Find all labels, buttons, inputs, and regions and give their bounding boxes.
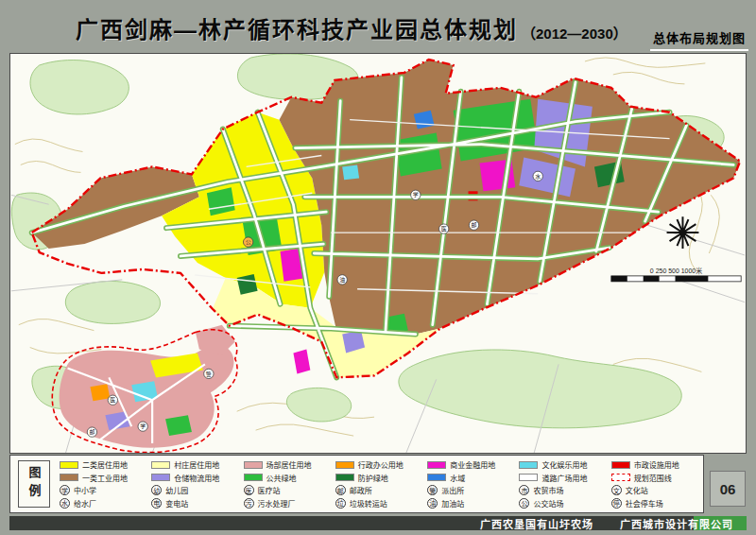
zone-protective-green: [237, 274, 258, 295]
legend-label: 二类居住用地: [82, 459, 128, 470]
legend-label: 变电站: [165, 498, 188, 509]
legend-swatch: [519, 461, 538, 469]
legend-label: 防护绿地: [358, 473, 388, 483]
legend-item: 幼幼儿园: [151, 484, 239, 497]
legend-label: 市政设施用地: [634, 459, 679, 470]
title-wrap: 广西剑麻—林产循环科技产业园总体规划 （2012—2030）: [76, 11, 627, 44]
legend-label: 公交站场: [533, 498, 563, 509]
legend-icon: 警: [427, 485, 438, 495]
legend-label: 商业金融用地: [450, 459, 495, 470]
map-marker-glyph: 邮: [89, 428, 94, 436]
page-background: 广西剑麻—林产循环科技产业园总体规划 （2012—2030） 总体布局规划图: [0, 0, 756, 535]
map-marker-glyph: 医: [441, 226, 447, 232]
legend-swatch: [335, 461, 354, 469]
legend-item: 电变电站: [151, 497, 239, 510]
legend-item: 公公交站场: [519, 497, 607, 510]
legend-item: 市政设施用地: [611, 458, 699, 472]
legend-label: 一类工业用地: [82, 473, 128, 483]
legend-grid: 二类居住用地村庄居住用地场部居住用地行政办公用地商业金融用地文化娱乐用地市政设施…: [60, 458, 699, 509]
map-marker-glyph: 学: [140, 423, 146, 429]
legend-icon: 市: [519, 485, 529, 495]
legend-label: 派出所: [441, 485, 464, 495]
legend-swatch: [427, 461, 446, 469]
legend-item: 学中小学: [60, 484, 147, 497]
legend-icon: 医: [244, 485, 254, 495]
legend-label: 文化娱乐用地: [541, 459, 587, 470]
map-panel: 公医邮学水油医学邮警 0 250 500 1000米: [9, 53, 747, 454]
legend-item: 市农贸市场: [519, 484, 607, 497]
legend-item: 道路广场用地: [519, 472, 607, 485]
legend-title: 图例: [18, 460, 50, 508]
legend-item: 医医疗站: [244, 484, 332, 497]
legend-swatch: [244, 461, 263, 469]
legend-item: 文化娱乐用地: [519, 458, 607, 472]
legend-icon: 文: [611, 485, 622, 495]
legend-label: 公共绿地: [266, 473, 297, 483]
legend-item: 行政办公用地: [335, 458, 423, 472]
legend-icon: 停: [611, 498, 622, 509]
page-title-suffix: （2012—2030）: [522, 23, 627, 44]
legend-icon: 学: [60, 485, 70, 495]
legend-label: 场部居住用地: [266, 459, 312, 470]
legend-label: 医疗站: [258, 485, 281, 495]
page-title: 广西剑麻—林产循环科技产业园总体规划: [76, 11, 518, 44]
zone-culture: [342, 164, 359, 180]
legend-item: 警派出所: [427, 484, 515, 497]
legend-icon: 电: [151, 498, 162, 509]
legend-swatch: [335, 474, 354, 481]
page-number: 06: [710, 471, 746, 507]
map-marker-glyph: 邮: [472, 221, 477, 229]
legend-swatch: [151, 461, 170, 469]
legend-icon: 幼: [151, 485, 162, 495]
legend-item: 场部居住用地: [244, 458, 332, 472]
map-marker-glyph: 公: [246, 239, 251, 245]
legend-label: 中小学: [74, 485, 96, 495]
legend-item: 仓储物流用地: [151, 472, 239, 485]
legend-label: 文化站: [626, 485, 648, 495]
company-name-left: 广西农垦国有山圩农场: [480, 516, 593, 531]
legend-item: 村庄居住用地: [151, 458, 239, 472]
legend-item: 邮邮政所: [335, 484, 423, 497]
legend-swatch: [611, 474, 630, 481]
legend-swatch: [60, 474, 78, 481]
legend-item: 规划范围线: [611, 472, 699, 485]
legend-label: 给水厂: [74, 498, 96, 509]
map-svg: 公医邮学水油医学邮警 0 250 500 1000米: [10, 54, 746, 453]
legend-swatch: [244, 474, 263, 481]
header-bar: 广西剑麻—林产循环科技产业园总体规划 （2012—2030） 总体布局规划图: [8, 4, 748, 51]
legend-swatch: [60, 461, 78, 469]
legend-item: 水域: [427, 472, 515, 485]
map-marker-glyph: 医: [110, 397, 115, 403]
map-marker-glyph: 警: [206, 371, 212, 378]
legend-swatch: [519, 474, 538, 481]
legend-item: 油加油站: [427, 497, 515, 510]
legend-item: 一类工业用地: [60, 472, 147, 485]
legend-item: 污污水处理厂: [244, 497, 332, 510]
legend-label: 邮政所: [350, 485, 372, 495]
legend-label: 仓储物流用地: [174, 473, 219, 483]
legend-panel: 图例 二类居住用地村庄居住用地场部居住用地行政办公用地商业金融用地文化娱乐用地市…: [9, 455, 704, 513]
map-marker-glyph: 水: [535, 173, 541, 180]
legend-swatch: [151, 474, 170, 481]
legend-label: 加油站: [441, 498, 464, 509]
legend-label: 规划范围线: [634, 473, 672, 483]
legend-label: 社会停车场: [626, 498, 663, 509]
footer-bar: 广西农垦国有山圩农场 广西城市设计有限公司: [9, 516, 747, 530]
legend-label: 农贸市场: [533, 485, 563, 495]
legend-icon: 水: [60, 498, 70, 509]
scale-label: 0 250 500 1000米: [650, 267, 702, 275]
legend-label: 道路广场用地: [541, 473, 587, 483]
legend-icon: 邮: [335, 485, 346, 495]
legend-item: 防护绿地: [335, 472, 423, 485]
legend-item: 商业金融用地: [427, 458, 515, 472]
company-name-right: 广西城市设计有限公司: [620, 516, 733, 531]
legend-item: 垃垃圾转运站: [335, 497, 423, 510]
footer-text: 广西农垦国有山圩农场 广西城市设计有限公司: [480, 516, 733, 530]
legend-label: 污水处理厂: [258, 498, 296, 509]
map-marker-glyph: 学: [413, 191, 419, 198]
legend-label: 垃圾转运站: [350, 498, 387, 509]
legend-icon: 公: [519, 498, 529, 509]
legend-item: 公共绿地: [244, 472, 332, 485]
legend-icon: 油: [427, 498, 438, 509]
map-marker-glyph: 油: [339, 276, 345, 284]
